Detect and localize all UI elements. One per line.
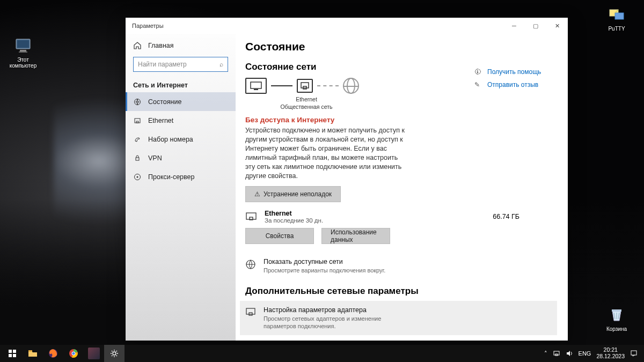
icon-label: Этот компьютер xyxy=(4,57,42,69)
adapter-settings-sub: Просмотр сетевых адаптеров и изменение п… xyxy=(264,315,403,330)
content-pane: 🛈 Получить помощь ✎ Отправить отзыв Сост… xyxy=(236,34,568,341)
svg-rect-38 xyxy=(631,351,636,355)
desktop-icon-recycle-bin[interactable]: Корзина xyxy=(598,306,635,332)
sharing-center-item[interactable]: Центр управления сетями и общим доступом… xyxy=(245,337,552,341)
tray-network-icon[interactable] xyxy=(553,350,560,357)
svg-rect-27 xyxy=(13,350,16,353)
svg-rect-15 xyxy=(254,89,258,90)
svg-rect-14 xyxy=(251,82,261,88)
get-help-link[interactable]: 🛈 Получить помощь xyxy=(474,68,555,76)
svg-rect-26 xyxy=(9,350,12,353)
svg-point-13 xyxy=(137,176,138,178)
sidebar-item-label: Ethernet xyxy=(148,117,173,124)
feedback-link[interactable]: ✎ Отправить отзыв xyxy=(474,81,555,88)
svg-rect-18 xyxy=(246,213,256,219)
taskbar-settings[interactable] xyxy=(104,345,125,362)
sidebar-category: Сеть и Интернет xyxy=(126,76,236,92)
svg-rect-5 xyxy=(615,13,624,19)
svg-rect-11 xyxy=(136,158,139,160)
taskbar-explorer[interactable] xyxy=(23,345,43,362)
usage-amount: 66.74 ГБ xyxy=(493,213,519,220)
net-line-dashed xyxy=(317,85,339,86)
tray-clock[interactable]: 20:21 28.12.2023 xyxy=(596,347,625,359)
pc-icon xyxy=(14,36,32,55)
router-node-icon xyxy=(297,79,313,93)
pc-node-icon xyxy=(245,78,267,94)
search-placeholder: Найти параметр xyxy=(138,61,187,68)
tray-language[interactable]: ENG xyxy=(579,350,591,357)
home-icon xyxy=(133,41,142,50)
dialup-icon xyxy=(133,135,142,144)
sidebar-item-vpn[interactable]: VPN xyxy=(126,149,236,167)
proxy-icon xyxy=(133,173,142,181)
data-usage-button[interactable]: Использование данных xyxy=(321,228,390,244)
no-internet-text: Устройство подключено и может получить д… xyxy=(245,126,406,180)
settings-window: Параметры ─ ▢ ✕ Главная Найти параметр ⌕… xyxy=(126,18,568,341)
no-internet-title: Без доступа к Интернету xyxy=(245,116,552,124)
sidebar: Главная Найти параметр ⌕ Сеть и Интернет… xyxy=(126,34,236,341)
svg-rect-16 xyxy=(301,83,309,88)
taskbar-firefox[interactable] xyxy=(43,345,63,362)
start-button[interactable] xyxy=(2,345,23,362)
feedback-icon: ✎ xyxy=(474,81,483,88)
sidebar-item-label: Прокси-сервер xyxy=(148,173,194,181)
sidebar-home[interactable]: Главная xyxy=(126,36,236,55)
globe-node-icon xyxy=(343,78,359,94)
help-label: Получить помощь xyxy=(487,68,541,76)
vpn-icon xyxy=(133,154,142,162)
taskbar: ˄ ENG 20:21 28.12.2023 xyxy=(0,345,644,362)
advanced-heading: Дополнительные сетевые параметры xyxy=(245,286,552,297)
svg-rect-1 xyxy=(17,40,29,48)
maximize-button[interactable]: ▢ xyxy=(525,18,546,34)
adapter-settings-title: Настройка параметров адаптера xyxy=(264,306,403,314)
clock-date: 28.12.2023 xyxy=(596,353,625,360)
usage-period: За последние 30 дн. xyxy=(265,217,323,224)
usage-row: Ethernet За последние 30 дн. 66.74 ГБ xyxy=(245,210,552,224)
warning-icon: ⚠ xyxy=(254,190,260,198)
svg-rect-36 xyxy=(554,351,559,355)
svg-rect-9 xyxy=(135,119,140,123)
sidebar-item-proxy[interactable]: Прокси-сервер xyxy=(126,167,236,186)
troubleshoot-button[interactable]: ⚠ Устранение неполадок xyxy=(245,186,341,202)
window-title: Параметры xyxy=(132,23,164,29)
desktop-icon-this-pc[interactable]: Этот компьютер xyxy=(4,36,42,69)
show-networks-item[interactable]: Показать доступные сети Просмотрите вари… xyxy=(245,254,552,278)
titlebar[interactable]: Параметры ─ ▢ ✕ xyxy=(126,18,568,34)
sidebar-item-ethernet[interactable]: Ethernet xyxy=(126,111,236,130)
system-tray: ˄ ENG 20:21 28.12.2023 xyxy=(544,347,642,359)
svg-point-35 xyxy=(113,352,116,355)
show-networks-title: Показать доступные сети xyxy=(264,258,385,265)
tray-notifications-icon[interactable] xyxy=(630,350,638,357)
status-icon xyxy=(133,98,142,106)
minimize-button[interactable]: ─ xyxy=(503,18,525,34)
taskbar-app[interactable] xyxy=(84,345,104,362)
sidebar-item-status[interactable]: Состояние xyxy=(126,92,236,111)
sidebar-item-dialup[interactable]: Набор номера xyxy=(126,130,236,149)
sidebar-item-label: Состояние xyxy=(148,98,181,106)
show-networks-sub: Просмотрите варианты подключения вокруг. xyxy=(264,267,385,274)
network-type: Общественная сеть xyxy=(274,104,339,111)
adapter-settings-item[interactable]: Настройка параметров адаптера Просмотр с… xyxy=(240,301,557,336)
help-panel: 🛈 Получить помощь ✎ Отправить отзыв xyxy=(474,68,555,94)
ethernet-icon xyxy=(133,116,142,125)
taskbar-chrome[interactable] xyxy=(63,345,84,362)
close-button[interactable]: ✕ xyxy=(546,18,568,34)
tray-volume-icon[interactable] xyxy=(566,350,573,357)
help-icon: 🛈 xyxy=(474,68,483,76)
icon-label: PuTTY xyxy=(598,26,635,32)
svg-rect-21 xyxy=(246,308,255,314)
sidebar-home-label: Главная xyxy=(148,42,174,49)
search-input[interactable]: Найти параметр ⌕ xyxy=(133,57,228,72)
tray-chevron-icon[interactable]: ˄ xyxy=(544,350,547,357)
data-usage-label: Использование данных xyxy=(331,228,381,243)
properties-button[interactable]: Свойства xyxy=(245,228,314,244)
globe-icon xyxy=(245,259,257,270)
svg-rect-7 xyxy=(612,309,621,312)
page-title: Состояние xyxy=(245,40,552,53)
troubleshoot-label: Устранение неполадок xyxy=(264,190,332,198)
desktop-icon-putty[interactable]: PuTTY xyxy=(598,5,635,32)
svg-rect-30 xyxy=(28,350,32,352)
svg-rect-2 xyxy=(20,50,26,51)
sidebar-item-label: VPN xyxy=(148,154,162,162)
svg-rect-29 xyxy=(13,354,16,357)
